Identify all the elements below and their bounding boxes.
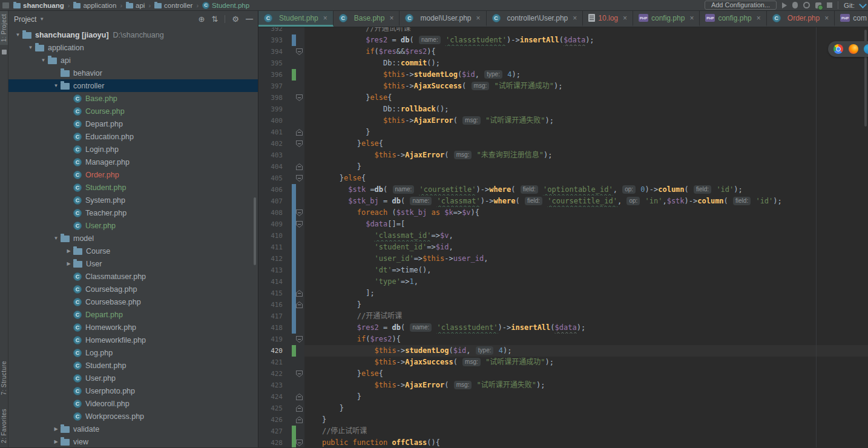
line-number[interactable]: 392 <box>258 27 283 35</box>
code-text[interactable]: Db::rollback(); <box>304 104 868 115</box>
line-number[interactable]: 405 <box>258 173 283 184</box>
line-number[interactable]: 396 <box>258 69 283 81</box>
tab-config-php[interactable]: PHPconfig.php× <box>633 11 700 27</box>
line-number[interactable]: 420 <box>258 345 283 357</box>
code-line[interactable]: 396 $this->studentLog($id, type: 4); <box>258 69 868 81</box>
code-text[interactable]: $stk =db( name: 'coursetitle')->where( f… <box>304 184 868 196</box>
fold-marker-icon[interactable] <box>296 405 303 412</box>
line-number[interactable]: 408 <box>258 207 283 219</box>
tree-row[interactable]: CHomeworkfile.php <box>8 334 258 346</box>
code-text[interactable]: 'type'=>1, <box>304 276 868 288</box>
line-number[interactable]: 403 <box>258 150 283 161</box>
line-number[interactable]: 428 <box>258 437 283 447</box>
code-line[interactable]: 401 } <box>258 127 868 138</box>
tree-row[interactable]: CUser.php <box>8 219 258 232</box>
fold-marker-icon[interactable] <box>296 301 303 308</box>
tree-row[interactable]: CUser.php <box>8 372 258 384</box>
run-icon[interactable] <box>782 2 787 8</box>
code-text[interactable]: }else{ <box>304 138 868 150</box>
code-line[interactable]: 415 ]; <box>258 288 868 299</box>
expand-arrow-icon[interactable]: ▼ <box>13 32 22 38</box>
tab-close-icon[interactable]: × <box>323 14 327 22</box>
tree-row[interactable]: ▼application <box>8 41 258 54</box>
code-line[interactable]: 427 //停止试听课 <box>258 426 868 437</box>
code-text[interactable]: $data[]=[ <box>304 219 868 230</box>
code-line[interactable]: 393 $res2 = db( name: 'classstudent')->i… <box>258 35 868 46</box>
code-text[interactable]: foreach ($stk_bj as $k=>$v){ <box>304 207 868 219</box>
locate-icon[interactable]: ⊕ <box>199 15 205 23</box>
code-text[interactable]: }else{ <box>304 368 868 380</box>
code-line[interactable]: 402 }else{ <box>258 138 868 150</box>
code-line[interactable]: 394 if($res&&$res2){ <box>258 46 868 58</box>
fold-marker-icon[interactable] <box>296 417 303 423</box>
tree-row[interactable]: ▶view <box>8 435 258 447</box>
tree-row[interactable]: CVideoroll.php <box>8 397 258 410</box>
line-number[interactable]: 412 <box>258 253 283 265</box>
code-line[interactable]: 403 $this->AjaxError( msg: "未查询到注册信息"); <box>258 150 868 161</box>
code-line[interactable]: 425 } <box>258 403 868 414</box>
fold-marker-icon[interactable] <box>296 140 303 147</box>
expand-arrow-icon[interactable]: ▼ <box>26 45 35 50</box>
code-text[interactable]: //停止试听课 <box>304 426 868 437</box>
code-text[interactable]: $res2 = db( name: 'classstudent')->inser… <box>304 322 868 334</box>
line-number[interactable]: 415 <box>258 288 283 299</box>
tree-row[interactable]: behavior <box>8 67 258 79</box>
line-number[interactable]: 402 <box>258 138 283 150</box>
firefox-icon[interactable] <box>849 44 858 54</box>
debug-icon[interactable] <box>792 2 798 8</box>
line-number[interactable]: 399 <box>258 104 283 115</box>
line-number[interactable]: 413 <box>258 265 283 276</box>
expand-arrow-icon[interactable]: ▼ <box>39 58 48 63</box>
code-line[interactable]: 407 $stk_bj = db( name: 'classmat')->whe… <box>258 196 868 207</box>
chrome-icon[interactable] <box>833 44 843 54</box>
code-text[interactable]: $this->studentLog($id, type: 4); <box>304 69 868 81</box>
tool-stripe-structure[interactable]: 7: Structure <box>0 358 8 398</box>
fold-marker-icon[interactable] <box>296 336 303 343</box>
tree-row[interactable]: ▼api <box>8 54 258 67</box>
code-line[interactable]: 420 $this->studentLog($id, type: 4); <box>258 345 868 357</box>
code-line[interactable]: 397 $this->AjaxSuccess( msg: "试听课开通成功"); <box>258 81 868 92</box>
breadcrumb-item[interactable]: shanchuang <box>13 2 64 9</box>
tool-stripe-project[interactable]: 1: Project <box>0 11 8 45</box>
line-number[interactable]: 422 <box>258 368 283 380</box>
fold-marker-icon[interactable] <box>296 394 303 400</box>
tab-com[interactable]: PHPcom <box>835 11 868 27</box>
tree-row[interactable]: CHomework.php <box>8 321 258 334</box>
code-text[interactable]: } <box>304 161 868 173</box>
git-widget[interactable]: Git: <box>844 2 855 9</box>
tree-row[interactable]: CStudent.php <box>8 359 258 372</box>
breadcrumb-item[interactable]: CStudent.php <box>202 2 249 9</box>
code-text[interactable]: } <box>304 414 868 426</box>
code-line[interactable]: 392 //开通试听课 <box>258 27 868 35</box>
profiler-icon[interactable] <box>815 2 821 8</box>
tree-scrollbar[interactable] <box>254 197 256 265</box>
fold-marker-icon[interactable] <box>296 163 303 170</box>
tab-student-php[interactable]: CStudent.php× <box>258 11 334 27</box>
code-text[interactable]: $this->AjaxError( msg: "试听课开通失败"); <box>304 115 868 127</box>
tree-row[interactable]: ▶User <box>8 257 258 270</box>
code-text[interactable]: $this->AjaxError( msg: "试听课开通失败"); <box>304 380 868 391</box>
expand-arrow-icon[interactable]: ▶ <box>64 261 73 266</box>
code-text[interactable]: }else{ <box>304 173 868 184</box>
coverage-icon[interactable] <box>803 2 810 8</box>
line-number[interactable]: 421 <box>258 357 283 368</box>
tree-row[interactable]: CCoursebag.php <box>8 283 258 295</box>
tree-row[interactable]: ▼controller <box>8 79 258 92</box>
fold-marker-icon[interactable] <box>296 175 303 182</box>
code-line[interactable]: 400 $this->AjaxError( msg: "试听课开通失败"); <box>258 115 868 127</box>
code-line[interactable]: 426 } <box>258 414 868 426</box>
tab-close-icon[interactable]: × <box>623 14 627 22</box>
tab-close-icon[interactable]: × <box>689 14 694 22</box>
code-line[interactable]: 409 $data[]=[ <box>258 219 868 230</box>
tab-close-icon[interactable]: × <box>757 14 761 22</box>
fold-marker-icon[interactable] <box>296 48 303 55</box>
line-number[interactable]: 424 <box>258 391 283 403</box>
code-line[interactable]: 413 'dt'=>time(), <box>258 265 868 276</box>
code-line[interactable]: 395 Db::commit(); <box>258 58 868 69</box>
tree-row[interactable]: CCourse.php <box>8 105 258 117</box>
fold-marker-icon[interactable] <box>296 209 303 216</box>
expand-arrow-icon[interactable]: ▶ <box>51 439 61 444</box>
code-line[interactable]: 421 $this->AjaxSuccess( msg: "试听课开通成功"); <box>258 357 868 368</box>
line-number[interactable]: 407 <box>258 196 283 207</box>
tree-row[interactable]: ▶Course <box>8 245 258 257</box>
